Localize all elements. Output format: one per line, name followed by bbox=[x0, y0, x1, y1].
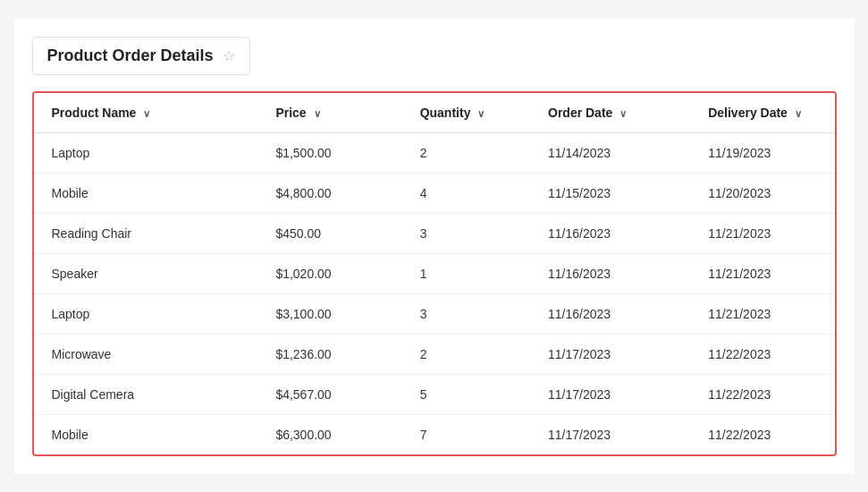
cell-delivery-date: 11/20/2023 bbox=[690, 173, 834, 213]
cell-order-date: 11/17/2023 bbox=[530, 374, 690, 414]
cell-quantity: 2 bbox=[402, 334, 530, 374]
cell-name: Digital Cemera bbox=[34, 374, 258, 414]
cell-order-date: 11/16/2023 bbox=[530, 213, 690, 253]
star-icon[interactable]: ☆ bbox=[223, 47, 235, 64]
orders-table: Product Name ∨ Price ∨ Quantity ∨ Order … bbox=[34, 93, 835, 454]
table-row: Reading Chair$450.00311/16/202311/21/202… bbox=[34, 213, 835, 253]
cell-price: $1,236.00 bbox=[257, 334, 401, 374]
cell-quantity: 2 bbox=[402, 132, 530, 173]
cell-name: Laptop bbox=[34, 293, 258, 334]
sort-icon-name[interactable]: ∨ bbox=[143, 108, 150, 119]
col-header-order-date[interactable]: Order Date ∨ bbox=[530, 93, 690, 133]
cell-order-date: 11/17/2023 bbox=[530, 334, 690, 374]
cell-name: Reading Chair bbox=[34, 213, 258, 253]
col-header-quantity[interactable]: Quantity ∨ bbox=[402, 93, 530, 133]
cell-delivery-date: 11/22/2023 bbox=[690, 414, 834, 454]
cell-name: Speaker bbox=[34, 253, 258, 293]
table-row: Laptop$1,500.00211/14/202311/19/2023 bbox=[34, 132, 835, 173]
cell-quantity: 1 bbox=[402, 253, 530, 293]
cell-order-date: 11/17/2023 bbox=[530, 414, 690, 454]
cell-name: Microwave bbox=[34, 334, 258, 374]
page-title: Product Order Details bbox=[47, 47, 214, 65]
cell-order-date: 11/16/2023 bbox=[530, 253, 690, 293]
cell-quantity: 3 bbox=[402, 213, 530, 253]
col-header-delivery-date[interactable]: Delivery Date ∨ bbox=[690, 93, 834, 133]
cell-delivery-date: 11/22/2023 bbox=[690, 374, 834, 414]
table-row: Laptop$3,100.00311/16/202311/21/2023 bbox=[34, 293, 835, 334]
cell-name: Laptop bbox=[34, 132, 258, 173]
cell-delivery-date: 11/21/2023 bbox=[690, 213, 834, 253]
cell-price: $450.00 bbox=[257, 213, 401, 253]
main-container: Product Order Details ☆ Product Name ∨ P… bbox=[14, 19, 855, 474]
table-row: Mobile$4,800.00411/15/202311/20/2023 bbox=[34, 173, 835, 213]
cell-delivery-date: 11/22/2023 bbox=[690, 334, 834, 374]
cell-delivery-date: 11/21/2023 bbox=[690, 293, 834, 334]
cell-quantity: 7 bbox=[402, 414, 530, 454]
table-wrapper: Product Name ∨ Price ∨ Quantity ∨ Order … bbox=[32, 91, 837, 456]
sort-icon-order-date[interactable]: ∨ bbox=[619, 108, 627, 119]
table-row: Speaker$1,020.00111/16/202311/21/2023 bbox=[34, 253, 835, 293]
title-bar: Product Order Details ☆ bbox=[32, 37, 250, 75]
col-header-price[interactable]: Price ∨ bbox=[257, 93, 401, 133]
cell-order-date: 11/14/2023 bbox=[530, 132, 690, 173]
cell-order-date: 11/15/2023 bbox=[530, 173, 690, 213]
cell-price: $1,500.00 bbox=[257, 132, 401, 173]
cell-price: $3,100.00 bbox=[257, 293, 401, 334]
cell-quantity: 4 bbox=[402, 173, 530, 213]
table-body: Laptop$1,500.00211/14/202311/19/2023Mobi… bbox=[34, 132, 835, 454]
cell-price: $4,800.00 bbox=[257, 173, 401, 213]
sort-icon-price[interactable]: ∨ bbox=[314, 108, 321, 119]
table-row: Digital Cemera$4,567.00511/17/202311/22/… bbox=[34, 374, 835, 414]
cell-quantity: 3 bbox=[402, 293, 530, 334]
sort-icon-delivery-date[interactable]: ∨ bbox=[795, 108, 802, 119]
col-header-name[interactable]: Product Name ∨ bbox=[34, 93, 258, 133]
table-row: Mobile$6,300.00711/17/202311/22/2023 bbox=[34, 414, 835, 454]
cell-quantity: 5 bbox=[402, 374, 530, 414]
cell-delivery-date: 11/19/2023 bbox=[690, 132, 834, 173]
cell-price: $6,300.00 bbox=[257, 414, 401, 454]
table-header-row: Product Name ∨ Price ∨ Quantity ∨ Order … bbox=[34, 93, 835, 133]
cell-price: $4,567.00 bbox=[257, 374, 401, 414]
cell-name: Mobile bbox=[34, 414, 258, 454]
sort-icon-quantity[interactable]: ∨ bbox=[477, 108, 485, 119]
cell-order-date: 11/16/2023 bbox=[530, 293, 690, 334]
table-row: Microwave$1,236.00211/17/202311/22/2023 bbox=[34, 334, 835, 374]
cell-name: Mobile bbox=[34, 173, 258, 213]
cell-delivery-date: 11/21/2023 bbox=[690, 253, 834, 293]
cell-price: $1,020.00 bbox=[257, 253, 401, 293]
